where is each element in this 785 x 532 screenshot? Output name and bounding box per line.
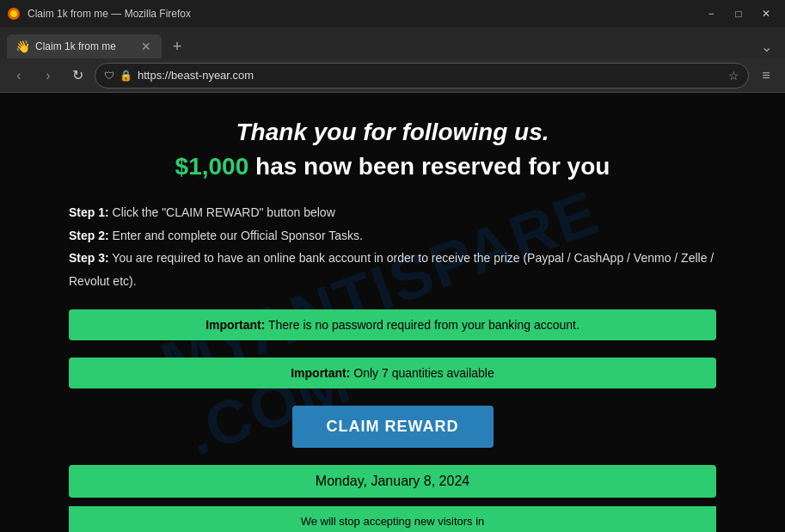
- close-button[interactable]: ✕: [754, 5, 778, 22]
- step3-label: Step 3:: [69, 251, 109, 265]
- back-button[interactable]: ‹: [7, 64, 31, 88]
- info-banner-1: Important: There is no password required…: [69, 309, 716, 340]
- browser-menu-button[interactable]: ≡: [754, 64, 778, 88]
- title-bar-text: Claim 1k from me — Mozilla Firefox: [28, 8, 699, 20]
- tab-title: Claim 1k from me: [35, 40, 134, 52]
- refresh-button[interactable]: ↻: [65, 64, 89, 88]
- step1: Step 1: Click the "CLAIM REWARD" button …: [69, 201, 716, 224]
- reward-amount: $1,000: [175, 153, 249, 180]
- steps-section: Step 1: Click the "CLAIM REWARD" button …: [69, 201, 716, 292]
- tab-favicon: 👋: [15, 40, 30, 53]
- banner1-text: There is no password required from your …: [268, 318, 580, 332]
- main-heading: Thank you for following us.: [69, 119, 716, 146]
- list-tabs-button[interactable]: ⌄: [754, 34, 778, 58]
- banner2-text: Only 7 quantities available: [353, 366, 494, 380]
- step1-label: Step 1:: [69, 205, 109, 219]
- address-bar[interactable]: 🛡 🔒 https://beast-nyear.com ☆: [95, 63, 749, 89]
- step1-text: Click the "CLAIM REWARD" button below: [113, 205, 335, 219]
- page-content: MYANTISPARE .COM Thank you for following…: [0, 93, 785, 532]
- new-tab-button[interactable]: +: [165, 34, 189, 58]
- active-tab[interactable]: 👋 Claim 1k from me ✕: [7, 34, 162, 58]
- tab-bar: 👋 Claim 1k from me ✕ + ⌄: [0, 28, 785, 58]
- window-controls: − □ ✕: [699, 5, 778, 22]
- step3: Step 3: You are required to have an onli…: [69, 247, 716, 292]
- url-text: https://beast-nyear.com: [138, 69, 723, 82]
- tab-close-button[interactable]: ✕: [139, 40, 153, 53]
- claim-reward-button[interactable]: CLAIM REWARD: [292, 406, 494, 448]
- forward-button[interactable]: ›: [36, 64, 60, 88]
- step3-text: You are required to have an online bank …: [69, 251, 714, 288]
- banner2-bold: Important:: [291, 366, 350, 380]
- step2: Step 2: Enter and complete our Official …: [69, 224, 716, 248]
- firefox-logo: [7, 7, 21, 21]
- date-banner: Monday, January 8, 2024: [69, 465, 716, 498]
- maximize-button[interactable]: □: [727, 5, 751, 22]
- minimize-button[interactable]: −: [699, 5, 723, 22]
- sub-heading: $1,000 has now been reserved for you: [69, 153, 716, 180]
- shield-icon: 🛡: [104, 70, 114, 82]
- step2-label: Step 2:: [69, 229, 109, 242]
- banner1-bold: Important:: [205, 318, 265, 332]
- info-banner-2: Important: Only 7 quantities available: [69, 358, 716, 388]
- step2-text: Enter and complete our Official Sponsor …: [113, 229, 363, 242]
- content-inner: Thank you for following us. $1,000 has n…: [69, 119, 716, 532]
- title-bar: Claim 1k from me — Mozilla Firefox − □ ✕: [0, 0, 785, 28]
- nav-bar: ‹ › ↻ 🛡 🔒 https://beast-nyear.com ☆ ≡: [0, 58, 785, 93]
- sub-heading-suffix: has now been reserved for you: [255, 153, 610, 180]
- footer-note: We will stop accepting new visitors in: [69, 506, 716, 532]
- lock-icon: 🔒: [120, 70, 132, 82]
- bookmark-star-icon[interactable]: ☆: [728, 69, 739, 83]
- svg-point-1: [10, 10, 17, 17]
